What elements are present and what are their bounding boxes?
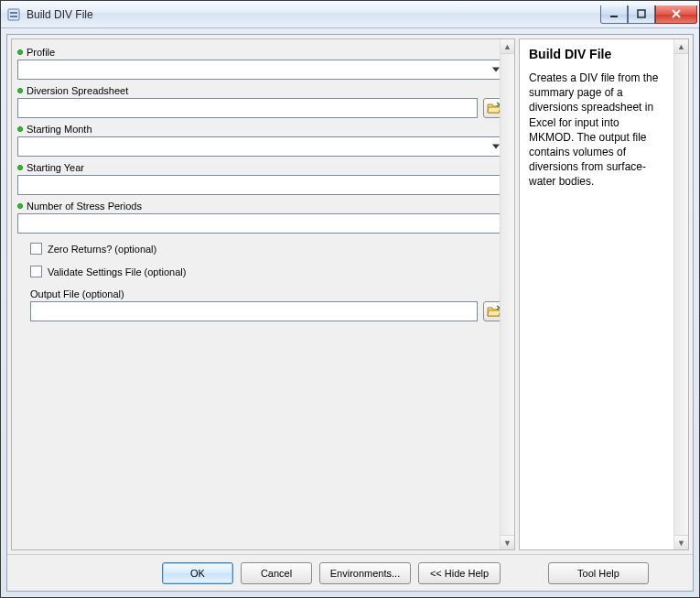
scroll-down-icon[interactable]: ▼: [501, 535, 514, 549]
form-scrollbar[interactable]: ▲ ▼: [500, 39, 514, 549]
client-area: Profile Diversion Spreadsheet: [6, 34, 694, 592]
svg-rect-2: [10, 16, 17, 17]
help-panel: Build DIV File Creates a DIV file from t…: [519, 38, 689, 550]
zero-returns-checkbox[interactable]: [30, 243, 42, 255]
close-icon: [671, 9, 682, 18]
environments-button[interactable]: Environments...: [319, 562, 411, 584]
label-text: Number of Stress Periods: [27, 201, 142, 212]
label-diversion-spreadsheet: Diversion Spreadsheet: [17, 83, 505, 98]
label-output-file: Output File (optional): [17, 288, 505, 299]
required-icon: [17, 203, 23, 209]
stress-periods-input[interactable]: [17, 213, 505, 234]
tool-help-button[interactable]: Tool Help: [548, 562, 649, 584]
cancel-button[interactable]: Cancel: [241, 562, 312, 584]
dialog-window: Build DIV File Profile: [0, 0, 700, 598]
label-text: Diversion Spreadsheet: [27, 85, 128, 96]
profile-select[interactable]: [17, 60, 505, 80]
help-body: Creates a DIV file from the summary page…: [529, 71, 679, 190]
app-icon: [6, 7, 21, 22]
field-zero-returns: Zero Returns? (optional): [17, 237, 505, 260]
field-starting-year: Starting Year: [17, 160, 505, 195]
scroll-up-icon[interactable]: ▲: [674, 39, 688, 54]
field-output-file: Output File (optional): [17, 288, 505, 321]
window-title: Build DIV File: [27, 8, 93, 21]
svg-rect-0: [8, 9, 19, 20]
validate-settings-checkbox[interactable]: [30, 266, 42, 277]
zero-returns-label: Zero Returns? (optional): [48, 244, 156, 255]
maximize-icon: [637, 9, 646, 18]
button-bar: OK Cancel Environments... << Hide Help T…: [7, 554, 693, 591]
field-profile: Profile: [17, 45, 505, 80]
ok-button[interactable]: OK: [162, 562, 233, 584]
scroll-down-icon[interactable]: ▼: [674, 535, 688, 549]
label-text: Starting Month: [27, 124, 92, 135]
field-stress-periods: Number of Stress Periods: [17, 199, 505, 234]
svg-rect-3: [610, 16, 618, 17]
field-starting-month: Starting Month: [17, 122, 505, 157]
svg-rect-1: [10, 12, 17, 14]
hide-help-button[interactable]: << Hide Help: [418, 562, 501, 584]
required-icon: [17, 165, 23, 170]
label-text: Profile: [27, 47, 55, 58]
minimize-icon: [609, 9, 619, 18]
label-text: Starting Year: [27, 162, 84, 173]
output-file-input[interactable]: [30, 301, 478, 321]
label-starting-month: Starting Month: [17, 122, 505, 136]
help-scrollbar[interactable]: ▲ ▼: [673, 39, 688, 549]
label-starting-year: Starting Year: [17, 160, 505, 175]
label-stress-periods: Number of Stress Periods: [17, 199, 505, 213]
scroll-up-icon[interactable]: ▲: [501, 39, 514, 54]
content-row: Profile Diversion Spreadsheet: [7, 35, 693, 554]
required-icon: [17, 126, 23, 132]
starting-month-select[interactable]: [17, 136, 505, 157]
minimize-button[interactable]: [600, 5, 628, 24]
required-icon: [17, 88, 23, 93]
svg-rect-4: [638, 10, 645, 17]
required-icon: [17, 49, 23, 55]
titlebar[interactable]: Build DIV File: [1, 1, 699, 28]
field-diversion-spreadsheet: Diversion Spreadsheet: [17, 83, 505, 118]
maximize-button[interactable]: [628, 5, 655, 24]
form-panel: Profile Diversion Spreadsheet: [11, 38, 515, 550]
window-buttons: [600, 5, 697, 24]
diversion-spreadsheet-input[interactable]: [17, 98, 478, 118]
help-title: Build DIV File: [529, 47, 679, 61]
close-button[interactable]: [655, 5, 697, 24]
starting-year-input[interactable]: [17, 175, 505, 195]
label-profile: Profile: [17, 45, 505, 60]
validate-settings-label: Validate Settings File (optional): [48, 266, 186, 277]
field-validate-settings: Validate Settings File (optional): [17, 260, 505, 283]
